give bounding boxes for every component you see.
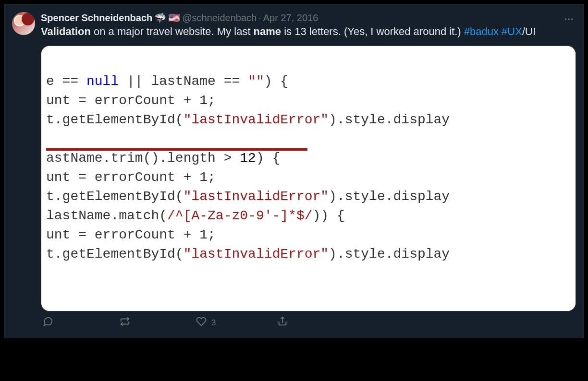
flag-emoji: 🇺🇸: [168, 13, 180, 23]
share-button[interactable]: [277, 316, 293, 329]
display-name[interactable]: Spencer Schneidenbach: [41, 12, 152, 24]
tweet-inner: Spencer Schneidenbach 🦈 🇺🇸 @schneidenbac…: [4, 4, 584, 338]
content-column: Spencer Schneidenbach 🦈 🇺🇸 @schneidenbac…: [41, 12, 576, 334]
retweet-button[interactable]: [120, 316, 135, 329]
action-bar: 3: [43, 316, 293, 329]
code-line: unt = errorCount + 1;: [46, 170, 216, 185]
svg-point-0: [565, 18, 566, 20]
hashtag-badux[interactable]: #badux: [464, 25, 499, 37]
avatar[interactable]: [12, 12, 35, 35]
code-line: unt = errorCount + 1;: [46, 93, 216, 108]
code-blank-line: [46, 131, 54, 146]
bold-word-validation: Validation: [41, 25, 91, 37]
tweet-header: Spencer Schneidenbach 🦈 🇺🇸 @schneidenbac…: [41, 12, 576, 24]
code-line: lastName.match(/^[A-Za-z0-9'-]*$/)) {: [46, 208, 345, 223]
heart-icon: [196, 316, 207, 329]
like-count: 3: [211, 318, 216, 328]
code-line: astName.trim().length > 12) {: [46, 151, 280, 166]
svg-point-2: [571, 18, 573, 20]
tweet-date[interactable]: Apr 27, 2016: [263, 12, 318, 24]
more-options-button[interactable]: [564, 14, 574, 26]
hashtag-ux[interactable]: #UX: [502, 25, 522, 37]
tweet-text: Validation on a major travel website. My…: [41, 24, 576, 39]
code-line: unt = errorCount + 1;: [46, 227, 216, 242]
media-attachment[interactable]: e == null || lastName == "") { unt = err…: [41, 46, 576, 311]
code-line: t.getElementById("lastInvalidError").sty…: [46, 112, 450, 127]
reply-button[interactable]: [43, 316, 58, 329]
retweet-icon: [120, 316, 130, 329]
bold-word-name: name: [254, 25, 281, 37]
text-trailing: /UI: [522, 25, 536, 37]
avatar-column: [12, 12, 35, 334]
svg-point-1: [568, 18, 569, 20]
code-line: t.getElementById("lastInvalidError").sty…: [46, 247, 450, 262]
like-button[interactable]: 3: [196, 316, 216, 329]
red-underline-annotation: [46, 148, 307, 151]
separator-dot: ·: [258, 12, 261, 24]
code-line: e == null || lastName == "") {: [46, 74, 288, 89]
share-icon: [277, 316, 288, 329]
reply-icon: [43, 316, 53, 329]
shark-emoji: 🦈: [154, 13, 166, 23]
tweet-card: Spencer Schneidenbach 🦈 🇺🇸 @schneidenbac…: [4, 4, 584, 338]
code-screenshot: e == null || lastName == "") { unt = err…: [41, 46, 576, 311]
text-segment: on a major travel website. My last: [91, 25, 254, 37]
code-line: t.getElementById("lastInvalidError").sty…: [46, 189, 450, 204]
handle[interactable]: @schneidenbach: [182, 12, 257, 24]
text-segment: is 13 letters. (Yes, I worked around it.…: [281, 25, 464, 37]
